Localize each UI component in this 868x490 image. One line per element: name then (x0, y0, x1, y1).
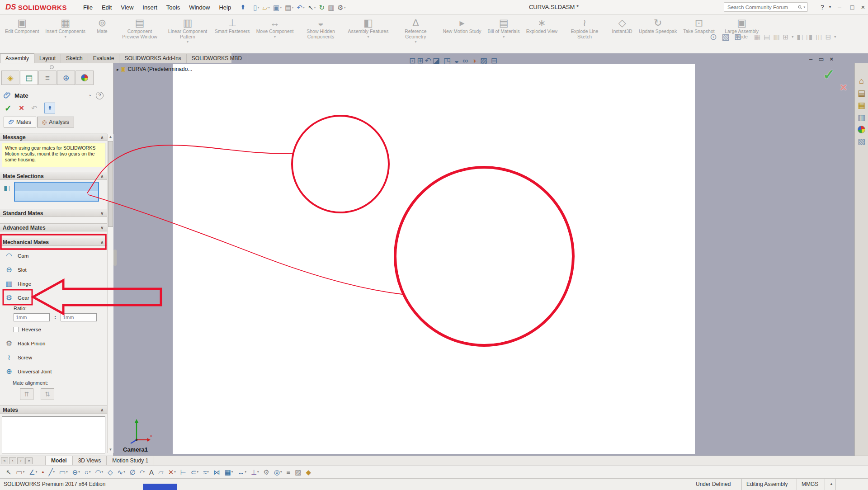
collapse-chevron-icon[interactable]: ∧ (100, 238, 104, 245)
collapse-chevron-icon[interactable]: ∧ (100, 133, 104, 141)
headsup-display-style[interactable]: ◒▾ (454, 57, 461, 65)
headsup-view-settings[interactable]: ⊟▾ (491, 57, 500, 65)
dropdown-arrow-icon[interactable]: ▾ (792, 35, 793, 39)
dropdown-arrow-icon[interactable]: ▾ (78, 470, 80, 474)
mate-selections-header[interactable]: Mate Selections ∧ (0, 172, 107, 180)
ribbon-button-update-speedpak[interactable]: ↻Update Speedpak (636, 14, 680, 53)
confirm-cancel-icon[interactable]: × (840, 80, 847, 94)
advanced-mates-header[interactable]: Advanced Mates ∨ (0, 223, 107, 231)
expand-chevron-icon[interactable]: ∨ (100, 209, 104, 217)
mates-listbox[interactable] (2, 416, 105, 453)
cancel-button[interactable]: × (19, 103, 24, 113)
tab-mates[interactable]: Mates (4, 117, 36, 127)
tool-polygon[interactable]: ◇ (105, 466, 115, 477)
doc-minimize-icon[interactable]: – (809, 56, 812, 62)
distribute-vertical-icon[interactable]: ⊟ (826, 33, 831, 40)
tab-analysis[interactable]: ◎ Analysis (37, 117, 74, 127)
dropdown-arrow-icon[interactable]: ▾ (231, 470, 233, 474)
tool-select[interactable]: ↖ (4, 466, 14, 477)
dropdown-arrow-icon[interactable]: ▾ (257, 470, 259, 474)
quick-access-options[interactable]: ⚙▾ (337, 4, 345, 11)
command-tab-solidworks-mbd[interactable]: SOLIDWORKS MBD (187, 54, 247, 63)
appearances-scenes-icon[interactable] (858, 126, 865, 133)
ribbon-button-edit-component[interactable]: ▣Edit Component (2, 14, 42, 53)
grid-cells-icon[interactable]: ▦ (754, 33, 760, 40)
headsup-previous-view[interactable]: ↶ (425, 57, 431, 65)
message-section-header[interactable]: Message ∧ (0, 133, 107, 141)
command-tab-assembly[interactable]: Assembly (0, 53, 34, 63)
tool-convert-entities[interactable]: ⊂▾ (189, 466, 201, 477)
quick-access-select[interactable]: ↖▾ (308, 4, 316, 11)
search-icon[interactable] (798, 5, 802, 10)
grid-columns-icon[interactable]: ▥ (773, 33, 779, 40)
headsup-edit-appearance[interactable]: ◑▾ (472, 57, 478, 65)
dropdown-arrow-icon[interactable]: ▾ (123, 470, 125, 474)
quick-access-file-properties[interactable]: ▥ (328, 4, 334, 11)
dropdown-arrow-icon[interactable]: ▾ (102, 470, 104, 474)
headsup-hide-show-items[interactable]: ∞▾ (462, 57, 470, 65)
aligned-button[interactable]: ⇈ (20, 388, 33, 400)
tool-instant2d[interactable]: ◆ (304, 466, 314, 477)
dropdown-arrow-icon[interactable]: ▾ (440, 60, 442, 64)
tool-display-delete-relations[interactable]: ⊥▾ (249, 466, 261, 477)
anti-aligned-button[interactable]: ⇅ (41, 388, 54, 400)
feature-tree-flyout[interactable]: ▸ ▣ CURVA (Predeterminado... (117, 66, 192, 72)
help-icon[interactable]: ? (96, 92, 104, 99)
mate-type-slot[interactable]: ⊖Slot (0, 263, 107, 277)
expand-chevron-icon[interactable]: ∨ (100, 224, 104, 231)
tool-shaded-sketch-contours[interactable]: ▨ (292, 466, 303, 477)
community-search[interactable]: ▾ (724, 2, 808, 12)
dropdown-arrow-icon[interactable]: ▾ (487, 60, 489, 64)
tool-ellipse[interactable]: ∅ (127, 466, 138, 477)
tab-scroll-first-icon[interactable]: « (1, 457, 8, 464)
ribbon-button-show-hidden-components[interactable]: ◒Show Hidden Components (297, 14, 345, 53)
tool-plane[interactable]: ▱ (156, 466, 166, 477)
doc-tab-3d-views[interactable]: 3D Views (73, 456, 107, 465)
tool-offset-entities[interactable]: ≈▾ (201, 466, 211, 477)
dropdown-arrow-icon[interactable]: ▾ (497, 60, 499, 64)
scroll-up-icon[interactable]: ▲ (108, 134, 113, 140)
dropdown-arrow-icon[interactable]: ▾ (834, 35, 836, 39)
units-selector[interactable]: MMGS (797, 479, 825, 490)
panel-scrollbar[interactable]: ▲ ▼ (107, 134, 113, 453)
headsup-zoom-to-area[interactable]: ⊞ (417, 57, 423, 65)
tool-move-entities[interactable]: ↔▾ (235, 466, 249, 477)
ribbon-button-instant3d[interactable]: ◇Instant3D (609, 14, 636, 53)
tab-scroll-next-icon[interactable]: › (17, 457, 24, 464)
image-compare-icon[interactable]: ⊞ (734, 33, 741, 41)
ribbon-button-mate[interactable]: ⊚Mate (89, 14, 116, 53)
scrollbar-thumb[interactable] (108, 141, 113, 227)
tool-trim-entities[interactable]: ✕▾ (166, 466, 178, 477)
dropdown-arrow-icon[interactable]: ▾ (274, 35, 276, 39)
dropdown-arrow-icon[interactable]: ▾ (257, 5, 259, 9)
dropdown-arrow-icon[interactable]: ▾ (476, 60, 478, 64)
align-left-icon[interactable]: ◧ (797, 33, 803, 40)
tool-centerpoint-arc[interactable]: ◠▾ (93, 466, 105, 477)
status-expand-icon[interactable]: ▲ (825, 479, 834, 490)
tool-repair-sketch[interactable]: ⚙ (261, 466, 271, 477)
tool-corner-rectangle[interactable]: ▭▾ (57, 466, 70, 477)
dropdown-arrow-icon[interactable]: ▾ (292, 5, 293, 9)
dropdown-arrow-icon[interactable]: ▾ (503, 35, 505, 39)
dropdown-arrow-icon[interactable]: ▾ (89, 470, 91, 474)
dropdown-arrow-icon[interactable]: ▾ (459, 60, 461, 64)
menu-file[interactable]: File (79, 0, 97, 14)
camera-icon[interactable]: ⊙ (710, 33, 717, 41)
align-right-icon[interactable]: ◨ (806, 33, 812, 40)
doc-tab-model[interactable]: Model (45, 456, 73, 465)
ribbon-button-move-component[interactable]: ↔Move Component▾ (253, 14, 297, 53)
quick-access-undo[interactable]: ↶▾ (297, 4, 305, 11)
undo-icon[interactable]: ↶ (31, 104, 37, 113)
collapse-chevron-icon[interactable]: ∧ (100, 406, 104, 413)
dropdown-arrow-icon[interactable]: ▾ (197, 470, 198, 474)
help-dropdown-icon[interactable]: ▾ (827, 0, 833, 14)
ribbon-button-smart-fasteners[interactable]: ⊥Smart Fasteners (212, 14, 253, 53)
command-tab-sketch[interactable]: Sketch (61, 54, 88, 63)
dropdown-arrow-icon[interactable]: ▾ (280, 5, 282, 9)
dropdown-arrow-icon[interactable]: ▾ (174, 470, 176, 474)
dropdown-arrow-icon[interactable]: ▾ (268, 5, 270, 9)
dropdown-arrow-icon[interactable]: ▾ (314, 5, 316, 9)
menu-help[interactable]: Help (214, 0, 236, 14)
quick-access-open[interactable]: ▱▾ (262, 4, 270, 11)
dropdown-arrow-icon[interactable]: ▾ (187, 40, 189, 44)
